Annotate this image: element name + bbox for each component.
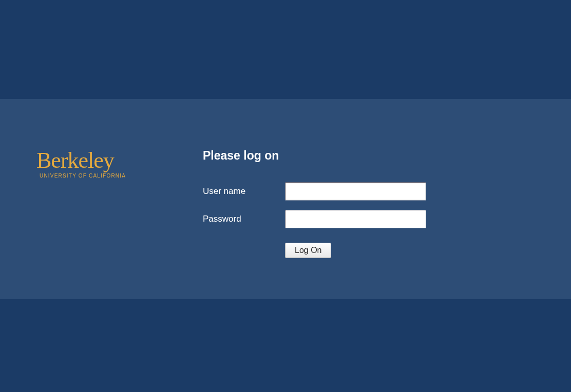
username-row: User name (203, 182, 571, 201)
password-row: Password (203, 210, 571, 228)
brand-logo: Berkeley UNIVERSITY OF CALIFORNIA (0, 99, 203, 179)
logon-button[interactable]: Log On (285, 243, 331, 258)
form-title: Please log on (203, 149, 571, 163)
password-label: Password (203, 214, 285, 224)
footer-band (0, 299, 571, 392)
login-form: Please log on User name Password Log On (203, 99, 571, 258)
submit-row: Log On (203, 243, 571, 258)
login-panel: Berkeley UNIVERSITY OF CALIFORNIA Please… (0, 99, 571, 299)
brand-name: Berkeley (36, 149, 203, 172)
header-band (0, 0, 571, 99)
password-input[interactable] (285, 210, 426, 228)
username-label: User name (203, 186, 285, 197)
brand-subtitle: UNIVERSITY OF CALIFORNIA (36, 173, 203, 179)
username-input[interactable] (285, 182, 426, 201)
